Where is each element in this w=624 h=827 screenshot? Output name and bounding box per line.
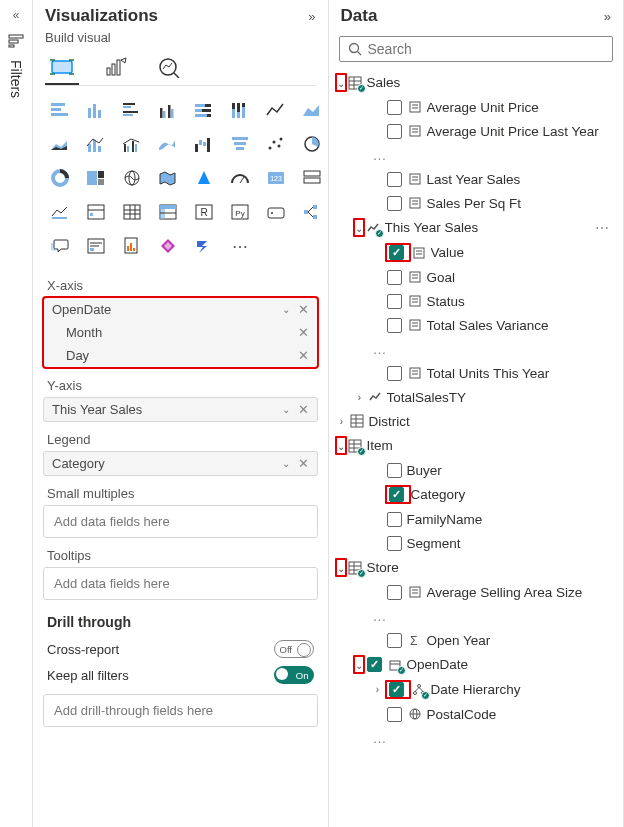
yaxis-well[interactable]: This Year Sales ⌄ ✕ xyxy=(43,397,318,422)
drill-through-well[interactable]: Add drill-through fields here xyxy=(43,694,318,727)
table-item[interactable]: ⌄ Item xyxy=(335,433,618,458)
filters-pane-collapsed[interactable]: « Filters xyxy=(0,0,33,827)
remove-field-icon[interactable]: ✕ xyxy=(298,456,309,471)
field-checkbox[interactable] xyxy=(387,707,402,722)
viz-decomposition-tree[interactable] xyxy=(297,198,327,226)
remove-field-icon[interactable]: ✕ xyxy=(298,325,309,340)
field-checkbox[interactable] xyxy=(387,172,402,187)
viz-card[interactable]: 123 xyxy=(261,164,291,192)
field-checkbox[interactable] xyxy=(387,633,402,648)
viz-slicer[interactable] xyxy=(81,198,111,226)
caret-icon[interactable]: ⌄ xyxy=(337,441,345,452)
viz-stacked-column[interactable] xyxy=(81,96,111,124)
caret-icon[interactable]: ⌄ xyxy=(337,563,345,574)
legend-well[interactable]: Category ⌄ ✕ xyxy=(43,451,318,476)
viz-line-clustered-column[interactable] xyxy=(117,130,147,158)
viz-ribbon[interactable] xyxy=(153,130,183,158)
field-postalcode[interactable]: › PostalCode xyxy=(335,702,618,726)
search-box[interactable] xyxy=(339,36,614,62)
field-checkbox[interactable] xyxy=(387,196,402,211)
chevron-down-icon[interactable]: ⌄ xyxy=(282,458,290,469)
viz-power-apps[interactable] xyxy=(153,232,183,260)
field-checkbox[interactable] xyxy=(389,245,404,260)
viz-key-influencers[interactable] xyxy=(261,198,291,226)
field-status[interactable]: › Status xyxy=(335,289,618,313)
field-checkbox[interactable] xyxy=(387,463,402,478)
keep-all-filters-toggle[interactable]: On xyxy=(274,666,314,684)
build-visual-tab[interactable] xyxy=(45,51,79,85)
field-total-sales-variance[interactable]: › Total Sales Variance xyxy=(335,313,618,337)
viz-line-stacked-column[interactable] xyxy=(81,130,111,158)
caret-icon[interactable]: ⌄ xyxy=(337,78,345,89)
analytics-tab[interactable] xyxy=(153,51,187,85)
field-avg-unit-price[interactable]: › Average Unit Price xyxy=(335,95,618,119)
field-avg-unit-price-ly[interactable]: › Average Unit Price Last Year xyxy=(335,119,618,143)
field-last-year-sales[interactable]: › Last Year Sales xyxy=(335,167,618,191)
viz-paginated-report[interactable] xyxy=(117,232,147,260)
table-store[interactable]: ⌄ Store xyxy=(335,555,618,580)
caret-icon[interactable]: › xyxy=(353,392,367,403)
viz-azure-map[interactable] xyxy=(189,164,219,192)
collapse-data-icon[interactable]: » xyxy=(604,9,611,24)
viz-clustered-bar[interactable] xyxy=(117,96,147,124)
table-sales[interactable]: ⌄ Sales xyxy=(335,70,618,95)
remove-field-icon[interactable]: ✕ xyxy=(298,302,309,317)
viz-waterfall[interactable] xyxy=(189,130,219,158)
field-avg-selling-area[interactable]: › Average Selling Area Size xyxy=(335,580,618,604)
viz-stacked-area[interactable] xyxy=(45,130,75,158)
small-multiples-well[interactable]: Add data fields here xyxy=(43,505,318,538)
viz-r-visual[interactable]: R xyxy=(189,198,219,226)
viz-power-automate[interactable] xyxy=(189,232,219,260)
viz-scatter[interactable] xyxy=(261,130,291,158)
field-open-year[interactable]: › Σ Open Year xyxy=(335,628,618,652)
viz-map[interactable] xyxy=(117,164,147,192)
viz-gauge[interactable] xyxy=(225,164,255,192)
viz-funnel[interactable] xyxy=(225,130,255,158)
field-date-hierarchy[interactable]: › Date Hierarchy xyxy=(335,677,618,702)
field-checkbox[interactable] xyxy=(387,536,402,551)
field-value[interactable]: › Value xyxy=(335,240,618,265)
viz-line[interactable] xyxy=(261,96,291,124)
field-total-units-ty[interactable]: › Total Units This Year xyxy=(335,361,618,385)
viz-area[interactable] xyxy=(297,96,327,124)
field-checkbox[interactable] xyxy=(387,318,402,333)
viz-pie[interactable] xyxy=(297,130,327,158)
table-district[interactable]: › District xyxy=(335,409,618,433)
cross-report-toggle[interactable]: Off xyxy=(274,640,314,658)
search-input[interactable] xyxy=(368,41,605,57)
field-checkbox[interactable] xyxy=(389,487,404,502)
field-total-sales-ty[interactable]: › TotalSalesTY xyxy=(335,385,618,409)
field-checkbox[interactable] xyxy=(387,294,402,309)
caret-icon[interactable]: ⌄ xyxy=(355,660,363,671)
field-goal[interactable]: › Goal xyxy=(335,265,618,289)
chevron-down-icon[interactable]: ⌄ xyxy=(282,304,290,315)
viz-more-icon[interactable]: ⋯ xyxy=(225,232,255,260)
field-checkbox[interactable] xyxy=(367,657,382,672)
viz-table[interactable] xyxy=(117,198,147,226)
expand-filters-icon[interactable]: « xyxy=(13,8,20,22)
viz-clustered-column[interactable] xyxy=(153,96,183,124)
caret-icon[interactable]: › xyxy=(335,416,349,427)
field-buyer[interactable]: › Buyer xyxy=(335,458,618,482)
field-this-year-sales[interactable]: ⌄ This Year Sales ⋯ xyxy=(335,215,618,240)
tooltips-well[interactable]: Add data fields here xyxy=(43,567,318,600)
viz-donut[interactable] xyxy=(45,164,75,192)
remove-field-icon[interactable]: ✕ xyxy=(298,348,309,363)
viz-filled-map[interactable] xyxy=(153,164,183,192)
field-checkbox[interactable] xyxy=(387,124,402,139)
field-familyname[interactable]: › FamilyName xyxy=(335,507,618,531)
viz-stacked-bar[interactable] xyxy=(45,96,75,124)
field-opendate[interactable]: ⌄ OpenDate xyxy=(335,652,618,677)
field-checkbox[interactable] xyxy=(389,682,404,697)
viz-treemap[interactable] xyxy=(81,164,111,192)
viz-100-stacked-bar[interactable] xyxy=(189,96,219,124)
field-segment[interactable]: › Segment xyxy=(335,531,618,555)
field-checkbox[interactable] xyxy=(387,270,402,285)
more-icon[interactable]: ⋯ xyxy=(589,220,615,236)
viz-matrix[interactable] xyxy=(153,198,183,226)
field-checkbox[interactable] xyxy=(387,100,402,115)
field-sales-per-sqft[interactable]: › Sales Per Sq Ft xyxy=(335,191,618,215)
viz-kpi[interactable] xyxy=(45,198,75,226)
xaxis-well[interactable]: OpenDate ⌄ ✕ Month ✕ Day ✕ xyxy=(43,297,318,368)
viz-smart-narrative[interactable] xyxy=(81,232,111,260)
